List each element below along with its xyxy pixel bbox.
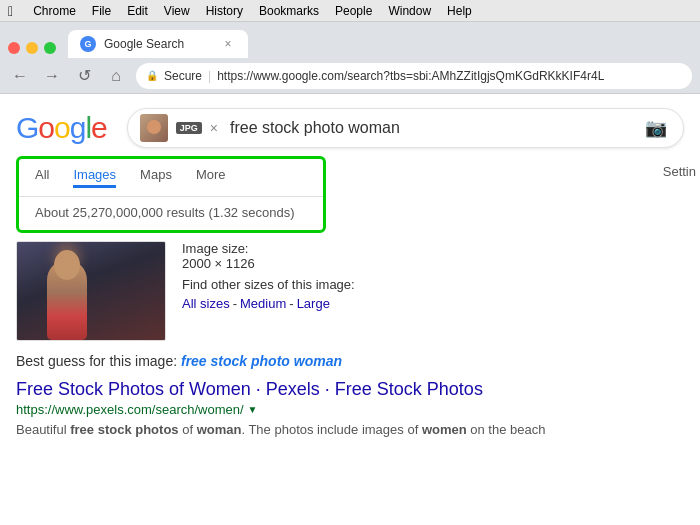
search-type-bar: All Images Maps More [19, 167, 323, 197]
tab-title: Google Search [104, 37, 212, 51]
tab-favicon: G [80, 36, 96, 52]
image-result-row: Image size: 2000 × 1126 Find other sizes… [16, 241, 684, 341]
tab-bar: G Google Search × [0, 22, 700, 58]
size-link-medium[interactable]: Medium [240, 296, 286, 311]
menu-chrome[interactable]: Chrome [33, 4, 76, 18]
close-button[interactable] [8, 42, 20, 54]
logo-g: G [16, 111, 38, 144]
logo-o1: o [38, 111, 54, 144]
tab-close-button[interactable]: × [220, 36, 236, 52]
url-text: https://www.google.com/search?tbs=sbi:AM… [217, 69, 604, 83]
url-bar[interactable]: 🔒 Secure | https://www.google.com/search… [136, 63, 692, 89]
address-bar: ← → ↺ ⌂ 🔒 Secure | https://www.google.co… [0, 58, 700, 94]
home-button[interactable]: ⌂ [104, 64, 128, 88]
logo-g2: g [70, 111, 86, 144]
forward-button[interactable]: → [40, 64, 64, 88]
search-type-more[interactable]: More [196, 167, 226, 188]
search-type-images[interactable]: Images [73, 167, 116, 188]
secure-label: Secure [164, 69, 202, 83]
image-size-value: 2000 × 1126 [182, 256, 255, 271]
camera-search-icon[interactable]: 📷 [645, 117, 667, 139]
refresh-button[interactable]: ↺ [72, 64, 96, 88]
logo-o2: o [54, 111, 70, 144]
jpg-badge: JPG [176, 122, 202, 134]
search-type-maps[interactable]: Maps [140, 167, 172, 188]
search-clear-button[interactable]: × [210, 120, 218, 136]
browser-window: G Google Search × ← → ↺ ⌂ 🔒 Secure | htt… [0, 22, 700, 525]
search-bar[interactable]: JPG × free stock photo woman 📷 [127, 108, 684, 148]
search-result-title[interactable]: Free Stock Photos of Women · Pexels · Fr… [16, 379, 684, 400]
size-links: All sizes - Medium - Large [182, 296, 355, 311]
search-query-text: free stock photo woman [230, 119, 637, 137]
maximize-button[interactable] [44, 42, 56, 54]
window-controls [8, 42, 56, 54]
snippet-bold-1: free stock photos [70, 422, 178, 437]
menu-view[interactable]: View [164, 4, 190, 18]
best-guess-link[interactable]: free stock photo woman [181, 353, 342, 369]
secure-icon: 🔒 [146, 70, 158, 81]
menu-help[interactable]: Help [447, 4, 472, 18]
menu-bar:  Chrome File Edit View History Bookmark… [0, 0, 700, 22]
image-size-label: Image size: 2000 × 1126 [182, 241, 355, 271]
minimize-button[interactable] [26, 42, 38, 54]
logo-text: Google [16, 111, 107, 145]
result-info: Image size: 2000 × 1126 Find other sizes… [182, 241, 355, 341]
back-button[interactable]: ← [8, 64, 32, 88]
page-content: Google JPG × free stock photo woman 📷 Al… [0, 94, 700, 525]
search-type-all[interactable]: All [35, 167, 49, 188]
results-area: Image size: 2000 × 1126 Find other sizes… [0, 233, 700, 448]
search-result-url: https://www.pexels.com/search/women/ ▼ [16, 402, 684, 417]
google-logo: Google [16, 111, 107, 145]
url-dropdown-icon[interactable]: ▼ [248, 404, 258, 415]
menu-people[interactable]: People [335, 4, 372, 18]
menu-bookmarks[interactable]: Bookmarks [259, 4, 319, 18]
size-link-all[interactable]: All sizes [182, 296, 230, 311]
menu-history[interactable]: History [206, 4, 243, 18]
snippet-bold-2: woman [197, 422, 242, 437]
snippet-bold-3: women [422, 422, 467, 437]
menu-edit[interactable]: Edit [127, 4, 148, 18]
result-image [16, 241, 166, 341]
results-count: About 25,270,000,000 results (1.32 secon… [19, 197, 323, 230]
menu-file[interactable]: File [92, 4, 111, 18]
apple-menu[interactable]:  [8, 3, 13, 19]
settings-label[interactable]: Settin [659, 164, 700, 179]
best-guess: Best guess for this image: free stock ph… [16, 353, 684, 369]
search-image-thumb [140, 114, 168, 142]
search-result-snippet: Beautiful free stock photos of woman. Th… [16, 420, 684, 440]
size-link-large[interactable]: Large [297, 296, 330, 311]
search-type-highlight: All Images Maps More About 25,270,000,00… [16, 156, 326, 233]
browser-tab[interactable]: G Google Search × [68, 30, 248, 58]
search-type-wrapper: All Images Maps More About 25,270,000,00… [0, 156, 700, 233]
find-sizes-label: Find other sizes of this image: [182, 277, 355, 292]
menu-window[interactable]: Window [388, 4, 431, 18]
google-header: Google JPG × free stock photo woman 📷 [0, 94, 700, 148]
logo-e: e [91, 111, 107, 144]
